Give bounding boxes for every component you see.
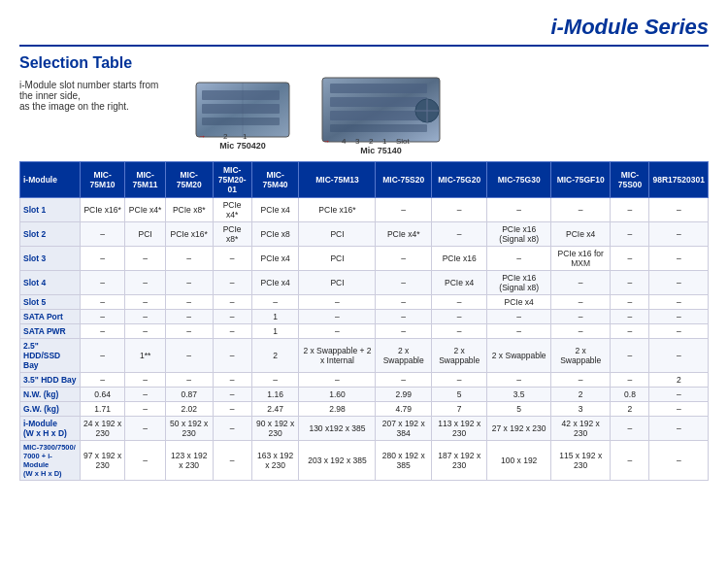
table-row: 3.5" HDD Bay – – – – – – – – – – – 2 xyxy=(20,373,709,388)
cell-75m10-slot3: – xyxy=(80,247,125,271)
cell-75m40-slot4: PCIe x4 xyxy=(251,271,299,295)
cell-75m11-hdd: 1** xyxy=(125,339,165,373)
cell-75m40-sata: 1 xyxy=(251,310,299,324)
cell-75m13-slot3: PCI xyxy=(299,247,376,271)
cell-75m11-hdd35: – xyxy=(125,373,165,388)
cell-75m11-dim: – xyxy=(125,417,165,441)
cell-75m2001-hdd: – xyxy=(213,339,251,373)
cell-75m10-hdd35: – xyxy=(80,373,125,388)
cell-75m11-sata: – xyxy=(125,310,165,324)
cell-75m11-gw: – xyxy=(125,402,165,417)
cell-75m40-satapwr: 1 xyxy=(251,324,299,339)
cell-75m40-slot2: PCIe x8 xyxy=(251,222,299,247)
cell-75gf10-mic7300: 115 x 192 x 230 xyxy=(550,441,611,481)
cell-75gf10-slot5: – xyxy=(550,295,611,310)
device2-label: Mic 75140 xyxy=(360,146,402,155)
page-title: i-Module Series xyxy=(550,15,709,39)
cell-75m10-gw: 1.71 xyxy=(80,402,125,417)
cell-98r-slot3: – xyxy=(649,247,709,271)
cell-75gf10-gw: 3 xyxy=(550,402,611,417)
cell-75m11-nw: – xyxy=(125,388,165,402)
cell-75s00-hdd35: – xyxy=(611,373,649,388)
cell-75m10-mic7300: 97 x 192 x 230 xyxy=(80,441,125,481)
cell-75g30-gw: 5 xyxy=(487,402,550,417)
cell-75gf10-slot4: – xyxy=(550,271,611,295)
cell-75m20-slot5: – xyxy=(165,295,213,310)
selection-area: i-Module slot number starts from the inn… xyxy=(19,76,709,155)
cell-75m40-nw: 1.16 xyxy=(251,388,299,402)
page-header: i-Module Series xyxy=(19,10,709,47)
cell-98r-hdd: – xyxy=(649,339,709,373)
cell-75m13-slot5: – xyxy=(299,295,376,310)
cell-75m11-slot2: PCI xyxy=(125,222,165,247)
row-label-slot5: Slot 5 xyxy=(20,295,81,310)
cell-98r-satapwr: – xyxy=(649,324,709,339)
cell-75m10-dim: 24 x 192 x 230 xyxy=(80,417,125,441)
cell-75g30-slot1: – xyxy=(487,198,550,222)
cell-75s20-sata: – xyxy=(376,310,431,324)
col-header-98r: 98R17520301 xyxy=(649,162,709,198)
cell-75g20-hdd: 2 x Swappable xyxy=(431,339,486,373)
svg-text:Slot: Slot xyxy=(396,137,411,146)
cell-75m2001-dim: – xyxy=(213,417,251,441)
cell-75m40-mic7300: 163 x 192 x 230 xyxy=(251,441,299,481)
cell-75m40-dim: 90 x 192 x 230 xyxy=(251,417,299,441)
cell-98r-hdd35: 2 xyxy=(649,373,709,388)
cell-75g30-hdd35: – xyxy=(487,373,550,388)
table-row: MIC-7300/7500/7000 + i-Module(W x H x D)… xyxy=(20,441,709,481)
svg-text:2: 2 xyxy=(223,132,228,141)
cell-75gf10-hdd35: – xyxy=(550,373,611,388)
svg-text:2: 2 xyxy=(369,137,374,146)
cell-75m2001-sata: – xyxy=(213,310,251,324)
svg-rect-9 xyxy=(330,84,427,93)
cell-75g20-slot1: – xyxy=(431,198,486,222)
cell-75m11-mic7300: – xyxy=(125,441,165,481)
cell-75s00-slot5: – xyxy=(611,295,649,310)
svg-text:→: → xyxy=(322,137,330,146)
cell-75g20-nw: 5 xyxy=(431,388,486,402)
cell-98r-slot1: – xyxy=(649,198,709,222)
cell-75m40-slot3: PCIe x4 xyxy=(251,247,299,271)
col-header-75gf10: MIC-75GF10 xyxy=(550,162,611,198)
cell-75m13-mic7300: 203 x 192 x 385 xyxy=(299,441,376,481)
cell-98r-dim: – xyxy=(649,417,709,441)
col-header-75s00: MIC-75S00 xyxy=(611,162,649,198)
cell-75m10-hdd: – xyxy=(80,339,125,373)
table-header-row: i-Module MIC-75M10 MIC-75M11 MIC-75M20 M… xyxy=(20,162,709,198)
cell-75m10-slot1: PCIe x16* xyxy=(80,198,125,222)
table-row: Slot 1 PCIe x16* PCIe x4* PCIe x8* PCIe … xyxy=(20,198,709,222)
cell-75s20-hdd35: – xyxy=(376,373,431,388)
row-label-hdd-ssd: 2.5" HDD/SSD Bay xyxy=(20,339,81,373)
row-label-gw: G.W. (kg) xyxy=(20,402,81,417)
cell-75m10-satapwr: – xyxy=(80,324,125,339)
svg-rect-10 xyxy=(330,97,427,107)
cell-75m2001-gw: – xyxy=(213,402,251,417)
cell-75g20-gw: 7 xyxy=(431,402,486,417)
cell-75s00-slot1: – xyxy=(611,198,649,222)
cell-75m20-slot1: PCIe x8* xyxy=(165,198,213,222)
svg-text:3: 3 xyxy=(355,137,360,146)
cell-75m13-slot2: PCI xyxy=(299,222,376,247)
cell-75s20-slot5: – xyxy=(376,295,431,310)
selection-table: i-Module MIC-75M10 MIC-75M11 MIC-75M20 M… xyxy=(19,161,709,481)
cell-75m13-sata: – xyxy=(299,310,376,324)
cell-75s20-gw: 4.79 xyxy=(376,402,431,417)
cell-75s20-nw: 2.99 xyxy=(376,388,431,402)
cell-75m40-slot5: – xyxy=(251,295,299,310)
col-header-75m13: MIC-75M13 xyxy=(299,162,376,198)
cell-75s00-mic7300: – xyxy=(611,441,649,481)
cell-75m20-slot4: – xyxy=(165,271,213,295)
table-row: SATA Port – – – – 1 – – – – – – – xyxy=(20,310,709,324)
cell-75gf10-dim: 42 x 192 x 230 xyxy=(550,417,611,441)
col-header-75m40: MIC-75M40 xyxy=(251,162,299,198)
row-label-mic7300-dim: MIC-7300/7500/7000 + i-Module(W x H x D) xyxy=(20,441,81,481)
row-label-sata-port: SATA Port xyxy=(20,310,81,324)
cell-75m10-slot2: – xyxy=(80,222,125,247)
cell-75g20-dim: 113 x 192 x 230 xyxy=(431,417,486,441)
cell-98r-slot2: – xyxy=(649,222,709,247)
cell-75s20-slot1: – xyxy=(376,198,431,222)
table-row: Slot 4 – – – – PCIe x4 PCI – PCIe x4 PCI… xyxy=(20,271,709,295)
device2: → 4 3 2 1 Slot Mic 75140 xyxy=(320,76,442,155)
selection-table-container: i-Module MIC-75M10 MIC-75M11 MIC-75M20 M… xyxy=(19,161,709,481)
cell-75m40-hdd: 2 xyxy=(251,339,299,373)
